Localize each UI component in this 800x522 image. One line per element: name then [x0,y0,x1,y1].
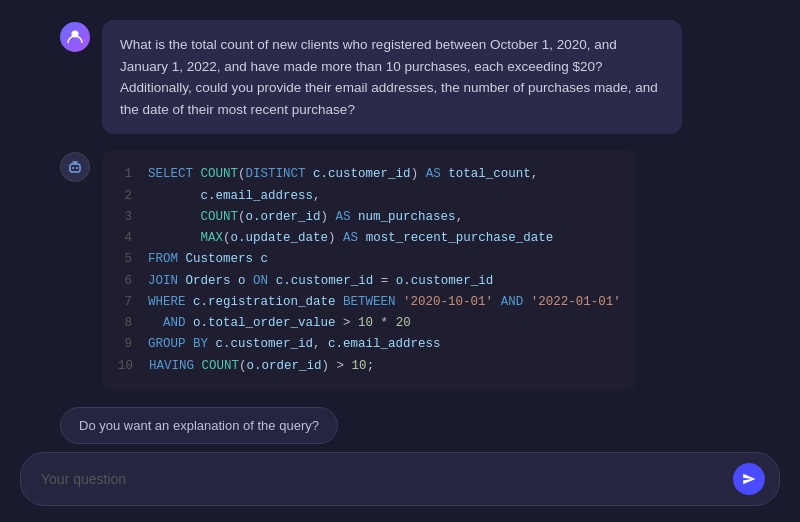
svg-point-3 [76,167,78,169]
suggestion-button[interactable]: Do you want an explanation of the query? [60,407,338,444]
code-line-3: 3 COUNT(o.order_id) AS num_purchases, [118,207,621,228]
code-line-4: 4 MAX(o.update_date) AS most_recent_purc… [118,228,621,249]
user-message-row: What is the total count of new clients w… [60,20,740,134]
bot-avatar [60,152,90,182]
user-avatar [60,22,90,52]
code-line-7: 7 WHERE c.registration_date BETWEEN '202… [118,292,621,313]
suggestion-area: Do you want an explanation of the query? [0,407,800,452]
send-button[interactable] [733,463,765,495]
svg-rect-1 [70,164,80,172]
question-input[interactable] [41,471,723,487]
code-line-8: 8 AND o.total_order_value > 10 * 20 [118,313,621,334]
code-line-1: 1 SELECT COUNT(DISTINCT c.customer_id) A… [118,164,621,185]
code-line-9: 9 GROUP BY c.customer_id, c.email_addres… [118,334,621,355]
code-line-2: 2 c.email_address, [118,186,621,207]
code-line-10: 10 HAVING COUNT(o.order_id) > 10; [118,356,621,377]
code-line-5: 5 FROM Customers c [118,249,621,270]
input-bar [20,452,780,506]
bot-message-row: 1 SELECT COUNT(DISTINCT c.customer_id) A… [60,150,740,391]
user-message-bubble: What is the total count of new clients w… [102,20,682,134]
user-message-text: What is the total count of new clients w… [120,37,658,117]
code-line-6: 6 JOIN Orders o ON c.customer_id = o.cus… [118,271,621,292]
chat-container: What is the total count of new clients w… [0,0,800,407]
sql-code-block: 1 SELECT COUNT(DISTINCT c.customer_id) A… [102,150,637,391]
svg-point-2 [72,167,74,169]
